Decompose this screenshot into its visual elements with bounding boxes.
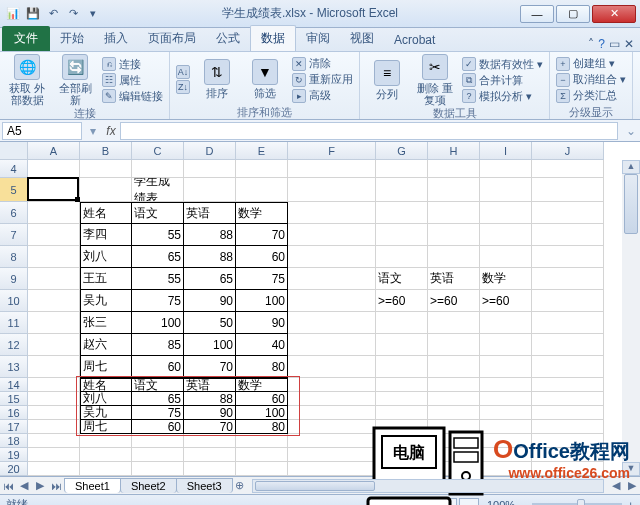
text-to-columns-button[interactable]: ≡分列 [366, 60, 408, 100]
properties-button[interactable]: ☷属性 [102, 73, 163, 88]
tab-data[interactable]: 数据 [250, 25, 296, 51]
cell[interactable] [480, 246, 532, 268]
tab-home[interactable]: 开始 [50, 26, 94, 51]
cell[interactable]: 吴九 [80, 406, 132, 420]
cell[interactable] [288, 290, 376, 312]
cell[interactable] [480, 334, 532, 356]
cell[interactable] [428, 434, 480, 448]
cell[interactable] [28, 406, 80, 420]
undo-icon[interactable]: ↶ [44, 5, 62, 23]
cell[interactable] [28, 202, 80, 224]
cell[interactable]: 88 [184, 392, 236, 406]
clear-filter-button[interactable]: ✕清除 [292, 56, 353, 71]
cell[interactable] [532, 420, 604, 434]
excel-icon[interactable]: 📊 [4, 5, 22, 23]
cell[interactable] [532, 462, 604, 476]
row-header[interactable]: 9 [0, 268, 28, 290]
ribbon-close-icon[interactable]: ✕ [624, 37, 634, 51]
cells-area[interactable]: 学生成绩表姓名语文英语数学李四558870刘八658860王五556575语文英… [28, 160, 622, 476]
cell[interactable] [28, 448, 80, 462]
cell[interactable] [80, 160, 132, 178]
cell[interactable] [236, 434, 288, 448]
cell[interactable]: 100 [184, 334, 236, 356]
cell[interactable] [480, 378, 532, 392]
get-external-data-button[interactable]: 🌐获取 外部数据 [6, 54, 48, 106]
cell[interactable] [28, 462, 80, 476]
cell[interactable] [288, 434, 376, 448]
cell[interactable] [376, 224, 428, 246]
cell[interactable]: 65 [184, 268, 236, 290]
cell[interactable]: 数学 [236, 202, 288, 224]
cell[interactable]: >=60 [428, 290, 480, 312]
ungroup-button[interactable]: −取消组合▾ [556, 72, 626, 87]
cell[interactable] [428, 178, 480, 202]
cell[interactable] [288, 420, 376, 434]
select-all-corner[interactable] [0, 142, 28, 160]
cell[interactable] [376, 246, 428, 268]
row-header[interactable]: 6 [0, 202, 28, 224]
row-header[interactable]: 12 [0, 334, 28, 356]
cell[interactable] [288, 160, 376, 178]
cell[interactable] [28, 420, 80, 434]
cell[interactable]: 100 [236, 290, 288, 312]
row-header[interactable]: 10 [0, 290, 28, 312]
cell[interactable] [532, 160, 604, 178]
row-header[interactable]: 7 [0, 224, 28, 246]
sheet-nav-next-icon[interactable]: ▶ [32, 479, 48, 492]
sheet-nav-first-icon[interactable]: ⏮ [0, 480, 16, 492]
cell[interactable]: 75 [132, 406, 184, 420]
column-headers[interactable]: ABCDEFGHIJ [28, 142, 622, 160]
cell[interactable] [428, 334, 480, 356]
cell[interactable] [28, 290, 80, 312]
cell[interactable]: 吴九 [80, 290, 132, 312]
cell[interactable] [376, 448, 428, 462]
row-header[interactable]: 11 [0, 312, 28, 334]
cell[interactable] [428, 224, 480, 246]
cell[interactable]: 语文 [132, 378, 184, 392]
cell[interactable]: 55 [132, 224, 184, 246]
cell[interactable] [236, 160, 288, 178]
name-box[interactable] [2, 122, 82, 140]
cell[interactable] [428, 462, 480, 476]
cell[interactable]: 60 [236, 246, 288, 268]
cell[interactable]: 70 [184, 420, 236, 434]
cell[interactable] [480, 160, 532, 178]
cell[interactable]: 英语 [184, 378, 236, 392]
cell[interactable] [376, 178, 428, 202]
cell[interactable] [480, 312, 532, 334]
cell[interactable] [532, 268, 604, 290]
cell[interactable] [288, 392, 376, 406]
cell[interactable]: 90 [184, 406, 236, 420]
cell[interactable]: 英语 [184, 202, 236, 224]
save-icon[interactable]: 💾 [24, 5, 42, 23]
cell[interactable] [28, 178, 80, 202]
sheet-nav-last-icon[interactable]: ⏭ [48, 480, 64, 492]
cell[interactable] [428, 448, 480, 462]
cell[interactable] [80, 434, 132, 448]
cell[interactable]: 数学 [480, 268, 532, 290]
sheet-nav-prev-icon[interactable]: ◀ [16, 479, 32, 492]
cell[interactable] [480, 434, 532, 448]
cell[interactable] [28, 378, 80, 392]
cell[interactable] [288, 356, 376, 378]
cell[interactable] [428, 246, 480, 268]
cell[interactable]: 刘八 [80, 246, 132, 268]
sort-button[interactable]: ⇅排序 [196, 59, 238, 99]
row-header[interactable]: 15 [0, 392, 28, 406]
scroll-down-icon[interactable]: ▼ [622, 462, 640, 476]
cell[interactable]: 40 [236, 334, 288, 356]
tab-acrobat[interactable]: Acrobat [384, 29, 445, 51]
cell[interactable] [28, 434, 80, 448]
cell[interactable] [288, 224, 376, 246]
cell[interactable]: 姓名 [80, 202, 132, 224]
cell[interactable] [184, 160, 236, 178]
cell[interactable] [532, 392, 604, 406]
sheet-tab-2[interactable]: Sheet2 [120, 478, 177, 493]
cell[interactable] [288, 462, 376, 476]
cell[interactable]: 语文 [376, 268, 428, 290]
consolidate-button[interactable]: ⧉合并计算 [462, 73, 543, 88]
cell[interactable] [184, 462, 236, 476]
horizontal-scrollbar[interactable] [252, 479, 604, 493]
cell[interactable] [288, 246, 376, 268]
cell[interactable] [80, 462, 132, 476]
